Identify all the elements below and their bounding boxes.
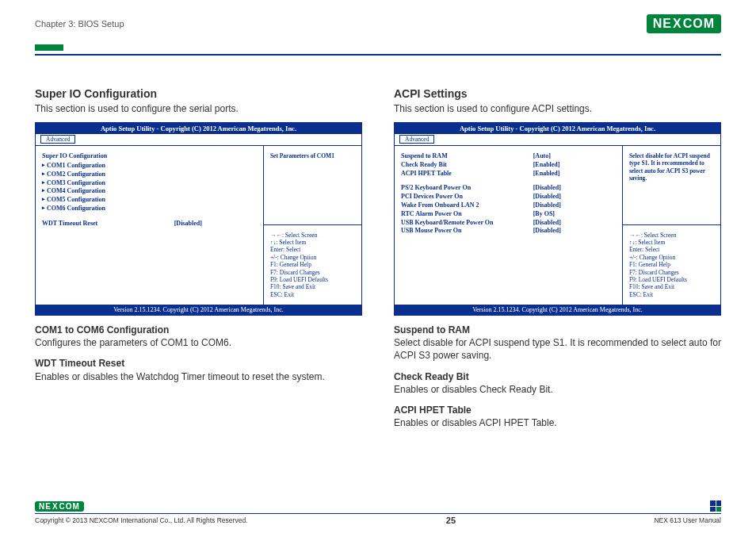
bios-item[interactable]: Check Ready Bit[Enabled]: [401, 161, 616, 170]
bios-tab-advanced[interactable]: Advanced: [40, 135, 75, 144]
desc-title: COM1 to COM6 Configuration: [35, 324, 169, 336]
help-line: F10: Save and Exit: [270, 283, 355, 290]
desc-title: Suspend to RAM: [394, 324, 470, 336]
left-title: Super IO Configuration: [35, 87, 362, 100]
footer-logo: NEXCOM: [35, 501, 84, 512]
desc-body: Select disable for ACPI suspend type S1.…: [394, 337, 721, 361]
bios-right-pane: Set Parameters of COM1 →←: Select Screen…: [264, 146, 361, 305]
bios-item[interactable]: COM1 Configuration: [42, 162, 257, 171]
desc-body: Enables or disables the Watchdog Timer t…: [35, 371, 325, 382]
bios-help-keys: →←: Select Screen ↑↓: Select Item Enter:…: [264, 224, 361, 305]
help-line: ESC: Exit: [629, 291, 714, 298]
help-line: F7: Discard Changes: [270, 269, 355, 276]
desc-title: WDT Timeout Reset: [35, 358, 124, 369]
bios-item[interactable]: COM6 Configuration: [42, 205, 257, 213]
bios-item[interactable]: COM3 Configuration: [42, 179, 257, 188]
bios-item[interactable]: RTC Alarm Power On[By OS]: [401, 210, 616, 219]
help-line: F9: Load UEFI Defaults: [629, 276, 714, 283]
bios-item[interactable]: PS/2 Keyboard Power On[Disabled]: [401, 184, 616, 193]
brand-part-x: X: [672, 17, 683, 31]
bios-item[interactable]: COM5 Configuration: [42, 196, 257, 205]
bios-title: Aptio Setup Utility - Copyright (C) 2012…: [36, 123, 361, 134]
bios-body: Super IO Configuration COM1 Configuratio…: [36, 146, 361, 305]
bios-tabs: Advanced: [36, 134, 361, 146]
help-line: F1: General Help: [270, 261, 355, 268]
bios-help-keys: →←: Select Screen ↑↓: Select Item Enter:…: [623, 224, 720, 305]
right-intro: This section is used to configure ACPI s…: [394, 103, 721, 114]
help-line: +/-: Change Option: [629, 254, 714, 261]
bios-item[interactable]: COM2 Configuration: [42, 171, 257, 179]
page-number: 25: [446, 516, 456, 525]
left-intro: This section is used to configure the se…: [35, 103, 362, 114]
help-line: →←: Select Screen: [629, 232, 714, 239]
header-rule: [35, 40, 721, 56]
help-line: ↑↓: Select Item: [629, 239, 714, 246]
bios-box-acpi: Aptio Setup Utility - Copyright (C) 2012…: [394, 122, 721, 316]
help-line: F10: Save and Exit: [629, 283, 714, 290]
help-line: +/-: Change Option: [270, 254, 355, 261]
chapter-label: Chapter 3: BIOS Setup: [35, 19, 124, 29]
blue-rule: [35, 54, 721, 56]
bios-pane-heading: Super IO Configuration: [42, 152, 257, 159]
footer-manual: NEX 613 User Manual: [654, 516, 721, 524]
brand-logo: NEXCOM: [647, 14, 721, 33]
bios-item[interactable]: USB Mouse Power On[Disabled]: [401, 227, 616, 236]
help-line: ↑↓: Select Item: [270, 239, 355, 246]
bios-info-text: Set Parameters of COM1: [264, 146, 361, 224]
help-line: →←: Select Screen: [270, 232, 355, 239]
bios-item-wdt[interactable]: WDT Timeout Reset[Disabled]: [42, 220, 257, 228]
bios-tabs: Advanced: [395, 134, 720, 146]
right-column: ACPI Settings This section is used to co…: [394, 87, 721, 437]
bios-item[interactable]: COM4 Configuration: [42, 187, 257, 196]
bios-item[interactable]: Wake From Onboard LAN 2[Disabled]: [401, 201, 616, 210]
bios-left-pane: Suspend to RAM[Auto] Check Ready Bit[Ena…: [395, 146, 623, 305]
footer-copyright: Copyright © 2013 NEXCOM International Co…: [35, 516, 247, 524]
help-line: F1: General Help: [629, 261, 714, 268]
footer-rule: [35, 513, 721, 514]
brand-part-right: COM: [683, 17, 715, 31]
bios-body: Suspend to RAM[Auto] Check Ready Bit[Ena…: [395, 146, 720, 305]
green-accent: [35, 44, 63, 51]
help-line: F9: Load UEFI Defaults: [270, 276, 355, 283]
bios-title: Aptio Setup Utility - Copyright (C) 2012…: [395, 123, 720, 134]
footer-grid-icon: [710, 500, 721, 512]
bios-item[interactable]: ACPI HPET Table[Enabled]: [401, 170, 616, 178]
bios-tab-advanced[interactable]: Advanced: [399, 135, 434, 144]
content: Super IO Configuration This section is u…: [35, 87, 721, 437]
bios-info-text: Select disable for ACPI suspend type S1.…: [623, 146, 720, 224]
bios-right-pane: Select disable for ACPI suspend type S1.…: [623, 146, 720, 305]
right-title: ACPI Settings: [394, 87, 721, 100]
desc-body: Enables or disables Check Ready Bit.: [394, 384, 553, 395]
help-line: Enter: Select: [270, 246, 355, 253]
bios-footer: Version 2.15.1234. Copyright (C) 2012 Am…: [36, 305, 361, 315]
bios-footer: Version 2.15.1234. Copyright (C) 2012 Am…: [395, 305, 720, 315]
desc-title: Check Ready Bit: [394, 371, 469, 382]
help-line: Enter: Select: [629, 246, 714, 253]
desc-title: ACPI HPET Table: [394, 405, 472, 416]
page-header: Chapter 3: BIOS Setup NEXCOM: [35, 14, 721, 38]
left-column: Super IO Configuration This section is u…: [35, 87, 362, 437]
brand-part-left: NE: [653, 17, 672, 31]
bios-item[interactable]: USB Keyboard/Remote Power On[Disabled]: [401, 219, 616, 228]
left-descriptions: COM1 to COM6 ConfigurationConfigures the…: [35, 324, 362, 383]
right-descriptions: Suspend to RAMSelect disable for ACPI su…: [394, 324, 721, 429]
desc-body: Enables or disables ACPI HPET Table.: [394, 417, 557, 428]
desc-body: Configures the parameters of COM1 to COM…: [35, 337, 231, 348]
page-footer: NEXCOM Copyright © 2013 NEXCOM Internati…: [35, 500, 721, 525]
bios-item[interactable]: PCI Devices Power On[Disabled]: [401, 193, 616, 201]
help-line: ESC: Exit: [270, 291, 355, 298]
bios-box-superio: Aptio Setup Utility - Copyright (C) 2012…: [35, 122, 362, 316]
help-line: F7: Discard Changes: [629, 269, 714, 276]
bios-item[interactable]: Suspend to RAM[Auto]: [401, 152, 616, 161]
bios-left-pane: Super IO Configuration COM1 Configuratio…: [36, 146, 264, 305]
